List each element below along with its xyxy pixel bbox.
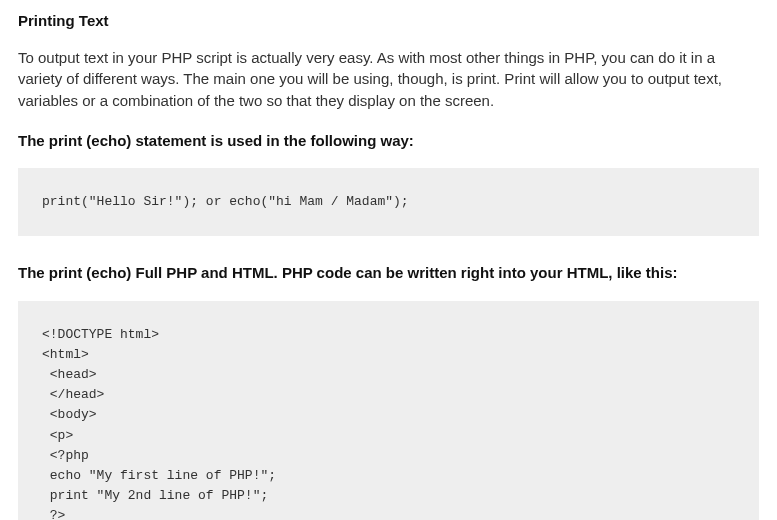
- code-block-1: print("Hello Sir!"); or echo("hi Mam / M…: [18, 168, 759, 236]
- section-title: Printing Text: [18, 10, 759, 33]
- intro-paragraph: To output text in your PHP script is act…: [18, 47, 759, 112]
- code-block-2: <!DOCTYPE html> <html> <head> </head> <b…: [18, 301, 759, 520]
- subheading-2: The print (echo) Full PHP and HTML. PHP …: [18, 262, 759, 285]
- subheading-1: The print (echo) statement is used in th…: [18, 130, 759, 153]
